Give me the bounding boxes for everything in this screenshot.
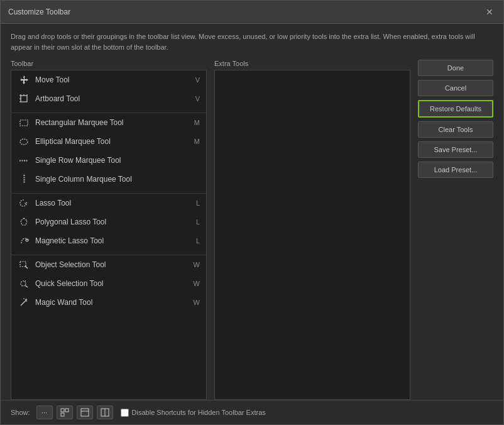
- tool-poly-lasso-label: Polygonal Lasso Tool: [35, 218, 191, 226]
- customize-toolbar-dialog: Customize Toolbar ✕ Drag and drop tools …: [0, 0, 504, 425]
- tool-quick-select[interactable]: Quick Selection Tool W: [11, 274, 206, 293]
- tool-move[interactable]: Move Tool V: [11, 70, 206, 89]
- tool-artboard-shortcut: V: [195, 95, 200, 102]
- tool-quick-select-shortcut: W: [194, 280, 200, 287]
- done-button[interactable]: Done: [418, 60, 493, 76]
- extra-tools-list[interactable]: [214, 70, 410, 400]
- save-preset-button[interactable]: Save Preset...: [418, 141, 493, 158]
- side-buttons: Done Cancel Restore Defaults Clear Tools…: [418, 60, 493, 400]
- tool-artboard[interactable]: Artboard Tool V: [11, 89, 206, 108]
- ellip-marquee-icon: [18, 135, 30, 148]
- tool-ellip-marquee-shortcut: M: [194, 138, 200, 145]
- tool-move-label: Move Tool: [35, 75, 190, 84]
- columns-icon: [101, 408, 109, 417]
- tool-move-shortcut: V: [195, 76, 200, 84]
- tool-rect-marquee-shortcut: M: [194, 119, 200, 126]
- toolbar-label: Toolbar: [11, 60, 207, 67]
- cancel-button[interactable]: Cancel: [418, 80, 493, 96]
- svg-rect-14: [20, 262, 26, 267]
- single-row-icon: [18, 154, 30, 167]
- main-content: Toolbar Move Tool V: [1, 60, 503, 400]
- separator-3: [11, 250, 206, 255]
- tool-mag-lasso-label: Magnetic Lasso Tool: [35, 236, 191, 245]
- show-dots-button[interactable]: ···: [36, 406, 53, 419]
- grid-icon: [60, 408, 69, 417]
- title-bar: Customize Toolbar ✕: [1, 1, 503, 24]
- tool-single-col-label: Single Column Marquee Tool: [35, 175, 195, 184]
- extra-tools-panel: Extra Tools: [214, 60, 410, 400]
- separator-1: [11, 108, 206, 113]
- tool-single-row[interactable]: Single Row Marquee Tool: [11, 151, 206, 170]
- tool-mag-lasso-shortcut: L: [196, 237, 200, 245]
- show-layout-button[interactable]: [77, 406, 93, 419]
- move-tool-icon: [18, 74, 30, 86]
- rect-marquee-icon: [18, 116, 30, 129]
- tool-ellip-marquee[interactable]: Elliptical Marquee Tool M: [11, 132, 206, 151]
- tool-lasso-shortcut: L: [196, 199, 200, 207]
- restore-defaults-button[interactable]: Restore Defaults: [418, 100, 493, 118]
- tool-magic-wand-label: Magic Wand Tool: [35, 298, 189, 307]
- tool-single-row-label: Single Row Marquee Tool: [35, 156, 195, 165]
- svg-rect-21: [61, 413, 64, 416]
- toolbar-list[interactable]: Move Tool V: [11, 70, 207, 400]
- tool-lasso[interactable]: Lasso Tool L: [11, 194, 206, 213]
- disable-shortcuts-checkbox[interactable]: [121, 409, 129, 417]
- tool-rect-marquee-label: Rectangular Marquee Tool: [35, 118, 189, 127]
- dialog-title: Customize Toolbar: [8, 8, 70, 16]
- tool-ellip-marquee-label: Elliptical Marquee Tool: [35, 137, 189, 146]
- separator-2: [11, 189, 206, 194]
- single-col-icon: [18, 173, 30, 185]
- tool-quick-select-label: Quick Selection Tool: [35, 279, 189, 288]
- extra-tools-label: Extra Tools: [214, 60, 410, 67]
- tool-single-col[interactable]: Single Column Marquee Tool: [11, 170, 206, 189]
- svg-line-16: [25, 285, 28, 287]
- bottom-bar: Show: ···: [1, 400, 503, 424]
- svg-rect-20: [65, 409, 68, 412]
- svg-rect-0: [21, 96, 27, 102]
- mag-lasso-icon: [18, 235, 30, 247]
- tool-poly-lasso-shortcut: L: [196, 218, 200, 226]
- tool-poly-lasso[interactable]: Polygonal Lasso Tool L: [11, 213, 206, 231]
- svg-line-17: [21, 301, 25, 306]
- svg-rect-22: [81, 409, 89, 416]
- tool-obj-select[interactable]: Object Selection Tool W: [11, 255, 206, 274]
- artboard-tool-icon: [18, 92, 30, 105]
- show-columns-button[interactable]: [97, 406, 113, 419]
- obj-select-icon: [18, 258, 30, 271]
- description-text: Drag and drop tools or their groupings i…: [1, 24, 503, 60]
- tool-obj-select-shortcut: W: [194, 261, 200, 268]
- tool-lasso-label: Lasso Tool: [35, 199, 191, 207]
- tool-magic-wand-shortcut: W: [194, 299, 200, 306]
- tool-artboard-label: Artboard Tool: [35, 94, 190, 103]
- magic-wand-icon: [18, 296, 30, 309]
- disable-shortcuts-text: Disable Shortcuts for Hidden Toolbar Ext…: [132, 409, 266, 416]
- svg-rect-7: [20, 120, 28, 126]
- dots-icon: ···: [41, 409, 47, 416]
- lasso-icon: [18, 197, 30, 209]
- layout-icon: [80, 408, 89, 417]
- quick-select-icon: [18, 277, 30, 290]
- show-grid-button[interactable]: [57, 406, 73, 419]
- tool-magic-wand[interactable]: Magic Wand Tool W: [11, 293, 206, 312]
- svg-point-15: [21, 281, 26, 286]
- clear-tools-button[interactable]: Clear Tools: [418, 121, 493, 138]
- poly-lasso-icon: [18, 216, 30, 228]
- toolbar-panel: Toolbar Move Tool V: [11, 60, 207, 400]
- close-button[interactable]: ✕: [483, 6, 496, 18]
- svg-rect-19: [61, 409, 64, 412]
- svg-point-8: [20, 139, 28, 145]
- tool-obj-select-label: Object Selection Tool: [35, 260, 189, 269]
- tool-mag-lasso[interactable]: Magnetic Lasso Tool L: [11, 231, 206, 250]
- show-label: Show:: [11, 409, 30, 416]
- load-preset-button[interactable]: Load Preset...: [418, 162, 493, 178]
- disable-shortcuts-label[interactable]: Disable Shortcuts for Hidden Toolbar Ext…: [121, 409, 266, 417]
- tool-rect-marquee[interactable]: Rectangular Marquee Tool M: [11, 113, 206, 132]
